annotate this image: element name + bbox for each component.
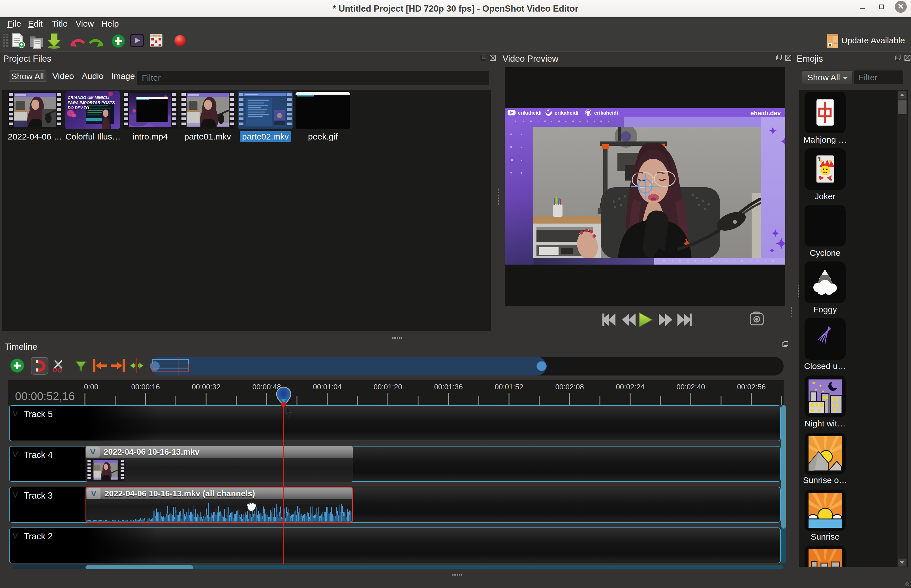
svg-text:PARA IMPORTAR POSTS: PARA IMPORTAR POSTS	[68, 100, 115, 105]
svg-text:0:00: 0:00	[84, 383, 99, 391]
svg-text:erikaheidi: erikaheidi	[518, 110, 542, 116]
svg-text:00:00:16: 00:00:16	[131, 383, 160, 391]
svg-text:00:01:52: 00:01:52	[495, 383, 523, 391]
svg-text:00:02:40: 00:02:40	[676, 383, 705, 391]
svg-text:00:01:04: 00:01:04	[313, 383, 341, 391]
svg-text:eheidi.dev: eheidi.dev	[750, 110, 781, 116]
svg-text:DO DEV.TO: DO DEV.TO	[68, 105, 89, 110]
svg-text:erikaheidi: erikaheidi	[555, 110, 578, 116]
svg-text:00:01:20: 00:01:20	[374, 383, 402, 391]
svg-text:00:02:08: 00:02:08	[555, 383, 584, 391]
svg-text:erikaheidi: erikaheidi	[594, 110, 618, 116]
svg-text:00:01:36: 00:01:36	[434, 383, 463, 391]
svg-text:CRIANDO UM MINICLI: CRIANDO UM MINICLI	[68, 95, 110, 100]
svg-text:00:00:32: 00:00:32	[192, 383, 220, 391]
svg-text:00:02:56: 00:02:56	[737, 383, 765, 391]
svg-text:00:02:24: 00:02:24	[616, 383, 644, 391]
